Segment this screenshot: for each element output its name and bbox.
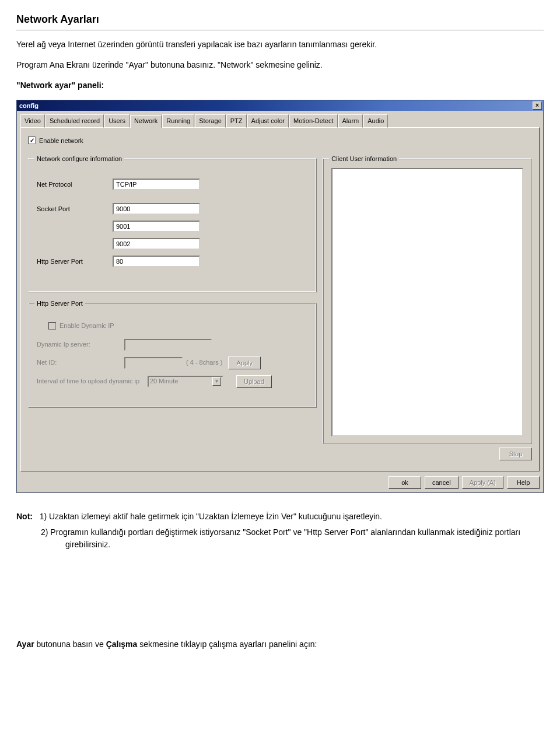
socket-port-label: Socket Port <box>37 204 113 214</box>
interval-label: Interval of time to upload dynamic ip <box>37 376 148 386</box>
tab-audio[interactable]: Audio <box>363 114 388 128</box>
socket-port-input[interactable] <box>113 203 200 215</box>
client-user-fieldset: Client User information <box>323 158 532 444</box>
help-button[interactable]: Help <box>507 476 540 489</box>
tab-video[interactable]: Video <box>20 114 45 128</box>
interval-select[interactable]: 20 Minute ▼ <box>148 376 223 387</box>
ayar-calisma: Çalışma <box>106 639 138 649</box>
page-title: Network Ayarları <box>16 12 544 30</box>
ok-button[interactable]: ok <box>388 476 421 489</box>
notes-section: Not: 1) Uzaktan izlemeyi aktif hale geti… <box>16 511 544 551</box>
tab-motion-detect[interactable]: Motion-Detect <box>289 114 337 128</box>
http-server-port-label: Http Server Port <box>37 257 113 267</box>
ayar-mid: butonuna basın ve <box>34 639 106 649</box>
window-title: config <box>18 101 38 111</box>
intro-paragraph: Yerel ağ veya Internet üzerinden görüntü… <box>16 39 544 51</box>
tabstrip: Video Scheduled record Users Network Run… <box>20 114 540 128</box>
net-protocol-input[interactable] <box>113 179 200 190</box>
tab-network[interactable]: Network <box>130 115 162 128</box>
enable-dynamic-ip-label: Enable Dynamic IP <box>60 321 114 331</box>
net-id-input[interactable] <box>124 357 183 369</box>
stop-button[interactable]: Stop <box>499 448 532 460</box>
config-dialog: config × Video Scheduled record Users Ne… <box>16 100 544 493</box>
enable-dynamic-ip-checkbox[interactable] <box>48 322 56 330</box>
upload-button[interactable]: Upload <box>236 375 272 388</box>
net-id-hint: ( 4 - 8chars ) <box>186 358 222 368</box>
tab-scheduled-record[interactable]: Scheduled record <box>46 114 104 128</box>
tab-alarm[interactable]: Alarm <box>338 114 363 128</box>
close-icon[interactable]: × <box>533 102 542 110</box>
client-user-legend: Client User information <box>329 154 399 164</box>
http-server-legend: Http Server Port <box>34 299 85 309</box>
note-1: 1) Uzaktan izlemeyi aktif hale getirmek … <box>40 512 382 521</box>
note-2: 2) Programın kullandığı portları değişti… <box>41 527 520 549</box>
ayar-line: Ayar butonuna basın ve Çalışma sekmesine… <box>16 638 544 651</box>
tab-users[interactable]: Users <box>104 114 130 128</box>
enable-network-label: Enable network <box>39 136 83 146</box>
network-configure-legend: Network configure information <box>34 154 124 164</box>
cancel-button[interactable]: cancel <box>425 476 459 489</box>
network-tab-panel: Enable network Network configure informa… <box>20 127 540 472</box>
interval-select-value: 20 Minute <box>150 376 178 386</box>
http-server-port-input[interactable] <box>113 256 200 267</box>
port2-input[interactable] <box>113 221 200 232</box>
titlebar: config × <box>17 100 543 111</box>
dynamic-ip-server-label: Dynamic Ip server: <box>37 340 124 349</box>
notes-label: Not: <box>16 512 33 521</box>
tab-adjust-color[interactable]: Adjust color <box>247 114 289 128</box>
panel-label: "Network ayar" paneli: <box>16 79 544 92</box>
client-user-listbox[interactable] <box>331 168 523 436</box>
tab-storage[interactable]: Storage <box>195 114 226 128</box>
enable-network-checkbox[interactable] <box>28 137 36 144</box>
network-configure-fieldset: Network configure information Net Protoc… <box>28 158 317 292</box>
steps-paragraph: Program Ana Ekranı üzerinde "Ayar" buton… <box>16 59 544 71</box>
ayar-suffix: sekmesine tıklayıp çalışma ayarları pane… <box>137 639 317 649</box>
tab-ptz[interactable]: PTZ <box>226 114 247 128</box>
net-id-label: Net ID: <box>37 358 124 368</box>
net-protocol-label: Net Protocol <box>37 180 113 190</box>
port3-input[interactable] <box>113 238 200 250</box>
chevron-down-icon: ▼ <box>212 377 221 386</box>
http-server-fieldset: Http Server Port Enable Dynamic IP Dynam… <box>28 303 317 408</box>
apply-netid-button[interactable]: Apply <box>228 356 261 369</box>
dialog-button-row: ok cancel Apply (A) Help <box>20 476 540 489</box>
apply-button[interactable]: Apply (A) <box>462 476 503 489</box>
tab-running[interactable]: Running <box>162 114 194 128</box>
dynamic-ip-server-input[interactable] <box>124 339 212 351</box>
ayar-prefix: Ayar <box>16 639 34 649</box>
